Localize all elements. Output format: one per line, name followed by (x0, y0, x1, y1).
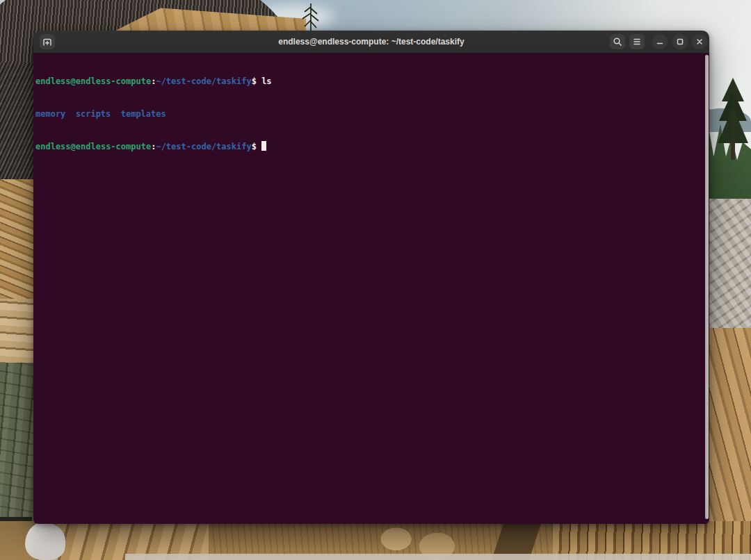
ls-entry: memory (35, 109, 65, 119)
ls-entry: scripts (76, 109, 111, 119)
search-button[interactable] (610, 34, 625, 49)
wallpaper-pine-tree (715, 78, 751, 160)
ls-entry: templates (121, 109, 166, 119)
prompt-path: ~/test-code/taskify (156, 142, 251, 151)
minimize-button[interactable] (652, 34, 668, 49)
terminal-cursor (261, 141, 266, 151)
close-button[interactable] (692, 34, 707, 49)
wallpaper-left-twigs (0, 63, 35, 195)
terminal-line-ls-output: memoryscriptstemplates (35, 109, 702, 120)
minimize-icon (654, 36, 665, 47)
prompt-user-host: endless@endless-compute (35, 142, 151, 151)
wallpaper-left-planks (0, 299, 35, 371)
wallpaper-white-figure (25, 522, 65, 560)
wallpaper-green-shingles (0, 363, 35, 529)
new-tab-icon (40, 35, 54, 49)
terminal-screen[interactable]: endless@endless-compute:~/test-code/task… (33, 53, 709, 524)
prompt-symbol: $ (252, 142, 257, 151)
terminal-window: endless@endless-compute: ~/test-code/tas… (33, 31, 709, 524)
menu-icon (631, 35, 643, 48)
command-text: ls (257, 76, 272, 86)
close-icon (694, 36, 705, 47)
maximize-button[interactable] (672, 34, 688, 49)
scrollbar[interactable] (705, 55, 709, 519)
prompt-user-host: endless@endless-compute (35, 76, 151, 86)
wallpaper-light-ledge (125, 554, 751, 560)
wallpaper-sapling-tree (294, 0, 328, 33)
search-icon (611, 35, 624, 48)
menu-button[interactable] (629, 34, 645, 49)
prompt-symbol: $ (252, 76, 257, 86)
titlebar[interactable]: endless@endless-compute: ~/test-code/tas… (33, 31, 709, 53)
terminal-line-prompt-current: endless@endless-compute:~/test-code/task… (35, 141, 702, 152)
new-tab-button[interactable] (40, 34, 55, 49)
wallpaper-left-shingles (0, 179, 35, 307)
prompt-path: ~/test-code/taskify (156, 76, 251, 86)
terminal-line-prompt-ls: endless@endless-compute:~/test-code/task… (35, 76, 702, 88)
maximize-icon (675, 36, 686, 47)
window-title: endless@endless-compute: ~/test-code/tas… (33, 37, 709, 47)
